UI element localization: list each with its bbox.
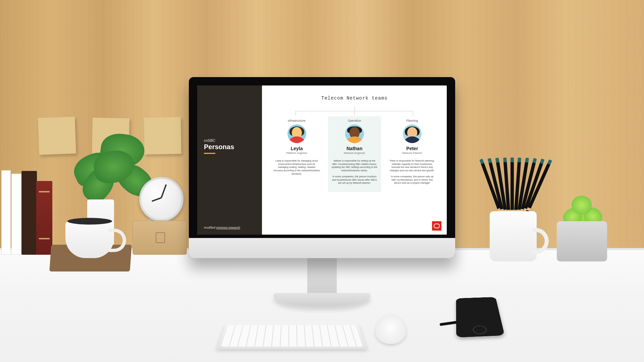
- persona-role: Network Engineer: [330, 152, 379, 155]
- persona-description: Peter is responsible for Network plannin…: [388, 159, 437, 185]
- persona-category: Operation: [330, 119, 379, 122]
- coffee-mug: [65, 221, 114, 258]
- slide-subtitle: cnSBC: [204, 138, 255, 142]
- screen: cnSBC Personas modified previous researc…: [197, 85, 447, 235]
- footer-prefix: modified: [204, 226, 216, 229]
- keyboard: [216, 323, 367, 349]
- slide-main: Telecom Network teams Infrastructure: [262, 85, 447, 235]
- persona-name: Nathan: [330, 146, 379, 151]
- slide-footer: modified previous research: [204, 226, 240, 229]
- persona-description: Leyla is responsible for managing cloud …: [272, 159, 321, 176]
- main-heading: Telecom Network teams: [270, 96, 439, 101]
- pencils: [487, 158, 544, 215]
- org-connector: [281, 106, 427, 116]
- oracle-logo-icon: [432, 221, 441, 231]
- monitor-bezel: cnSBC Personas modified previous researc…: [189, 77, 455, 258]
- analog-clock: [139, 177, 183, 221]
- slide-sidebar: cnSBC Personas modified previous researc…: [197, 85, 262, 235]
- monitor-stand: [295, 255, 349, 309]
- monitor-chin: [189, 238, 455, 258]
- persona-description: Nathan is responsible for setting up the…: [330, 159, 379, 185]
- persona-category: Infrastructure: [272, 119, 321, 122]
- presentation-slide: cnSBC Personas modified previous researc…: [197, 85, 447, 235]
- persona-name: Peter: [388, 146, 437, 151]
- avatar-nathan: [345, 124, 364, 143]
- book-stack: [0, 168, 57, 255]
- persona-card-infrastructure: Infrastructure Leyla Platform engineer L…: [270, 116, 323, 192]
- accent-bar: [204, 153, 215, 154]
- succulent-pot: [557, 221, 607, 261]
- persona-card-operation: Operation Nathan Network Engineer Nathan…: [328, 116, 381, 192]
- footer-link: previous research: [216, 226, 240, 229]
- slide-title: Personas: [204, 143, 255, 151]
- pencil-cup: [490, 211, 537, 261]
- wooden-box: [132, 221, 187, 255]
- avatar-peter: [403, 124, 422, 143]
- persona-card-planning: Planning Peter Network Planner Peter is …: [386, 116, 439, 192]
- persona-category: Planning: [388, 119, 437, 122]
- persona-role: Network Planner: [388, 152, 437, 155]
- desk-mockup-scene: cnSBC Personas modified previous researc…: [0, 0, 644, 362]
- monitor: cnSBC Personas modified previous researc…: [189, 77, 455, 258]
- avatar-leyla: [287, 124, 306, 143]
- persona-columns: Infrastructure Leyla Platform engineer L…: [270, 116, 439, 192]
- persona-role: Platform engineer: [272, 152, 321, 155]
- persona-name: Leyla: [272, 146, 321, 151]
